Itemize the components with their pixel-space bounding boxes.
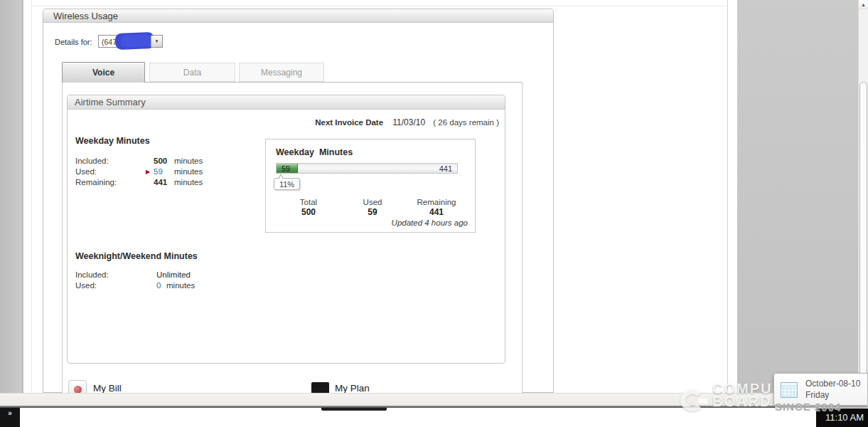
included-value: 500 <box>154 157 167 165</box>
scrollbar-thumb[interactable] <box>859 82 867 394</box>
remaining-col-value: 441 <box>417 207 456 217</box>
chevron-down-icon[interactable]: ▼ <box>151 36 162 47</box>
remaining-col-label: Remaining <box>417 198 456 206</box>
phone-number-redaction <box>115 32 155 50</box>
bottom-strip <box>0 393 868 406</box>
weekday-minutes-rows: Included: 500 minutes Used: ▶ 59 minutes… <box>75 157 282 189</box>
page-right-margin <box>737 0 858 406</box>
next-invoice-label: Next Invoice Date <box>315 118 383 127</box>
remaining-label: Remaining: <box>75 178 117 186</box>
weeknight-minutes-rows: Included: Unlimited Used: 0 minutes <box>75 270 282 292</box>
screen: ▲ Wireless Usage Details for: (647) ▼ Vo… <box>0 0 868 427</box>
airtime-summary-panel: Airtime Summary Next Invoice Date 11/03/… <box>67 95 505 364</box>
chart-col-total: Total 500 <box>300 198 317 217</box>
used-col-value: 59 <box>363 207 382 217</box>
updated-timestamp: Updated 4 hours ago <box>392 218 468 227</box>
included-unit: minutes <box>174 157 203 165</box>
bar-remaining-label: 441 <box>439 164 452 173</box>
calendar-icon-header <box>781 383 797 386</box>
used-label: Used: <box>75 281 97 290</box>
used-unit: minutes <box>166 281 195 290</box>
taskbar: » 11:10 AM <box>0 408 868 427</box>
airtime-summary-title: Airtime Summary <box>68 95 505 110</box>
taskbar-clock[interactable]: 11:10 AM <box>816 408 868 427</box>
scroll-up-icon[interactable]: ▲ <box>859 0 868 9</box>
content-left-divider <box>31 0 32 393</box>
percent-used-callout: 11% <box>274 178 300 190</box>
clock-tooltip: October-08-10 Friday <box>773 373 868 406</box>
content-right-gutter <box>727 0 737 406</box>
used-value: 59 <box>154 167 163 176</box>
my-plan-link[interactable]: My Plan <box>335 383 370 394</box>
used-row: Used: 0 minutes <box>75 281 282 292</box>
chart-title: Weekday Minutes <box>276 147 353 157</box>
tab-messaging[interactable]: Messaging <box>239 63 324 82</box>
total-label: Total <box>300 198 317 206</box>
tooltip-date: October-08-10 <box>805 379 860 389</box>
details-for-label: Details for: <box>55 38 92 46</box>
remaining-value: 441 <box>154 178 167 186</box>
vertical-scrollbar[interactable]: ▲ <box>858 0 868 406</box>
usage-bar-track: 59 441 <box>276 163 458 174</box>
calendar-icon <box>781 382 798 398</box>
next-invoice-date: 11/03/10 <box>392 117 425 127</box>
page-left-margin <box>0 0 23 406</box>
my-bill-link[interactable]: My Bill <box>93 383 122 394</box>
used-row: Used: ▶ 59 minutes <box>75 167 282 178</box>
tab-data[interactable]: Data <box>149 63 235 82</box>
included-label: Included: <box>75 157 109 165</box>
bar-used-label: 59 <box>282 164 290 173</box>
next-invoice-row: Next Invoice Date 11/03/10 ( 26 days rem… <box>315 117 499 127</box>
included-row: Included: 500 minutes <box>75 157 282 167</box>
used-marker-icon: ▶ <box>146 169 150 175</box>
weekday-minutes-chart: Weekday Minutes 59 441 11% Total 500 Use… <box>265 139 476 233</box>
tab-voice[interactable]: Voice <box>62 62 145 83</box>
weekday-minutes-title: Weekday Minutes <box>75 136 150 146</box>
taskbar-window-sliver <box>321 408 387 411</box>
phone-number-dropdown[interactable]: (647) ▼ <box>98 35 163 48</box>
taskbar-overflow-button[interactable]: » <box>0 408 20 427</box>
used-label: Used: <box>75 167 97 176</box>
days-remain: ( 26 days remain ) <box>433 118 499 127</box>
wireless-usage-panel: Wireless Usage Details for: (647) ▼ Voic… <box>43 9 554 393</box>
remaining-row: Remaining: 441 minutes <box>75 178 282 189</box>
used-value: 0 <box>156 281 161 290</box>
page-title: Wireless Usage <box>43 9 553 23</box>
included-value: Unlimited <box>156 270 191 279</box>
tooltip-weekday: Friday <box>805 390 829 400</box>
chart-col-used: Used 59 <box>363 198 382 217</box>
chart-col-remaining: Remaining 441 <box>417 198 456 217</box>
included-row: Included: Unlimited <box>75 270 282 281</box>
used-unit: minutes <box>174 167 203 176</box>
remaining-unit: minutes <box>174 178 203 186</box>
content-top-divider <box>31 6 727 6</box>
included-label: Included: <box>75 270 109 279</box>
total-value: 500 <box>300 207 317 217</box>
used-col-label: Used <box>363 198 382 206</box>
weeknight-minutes-title: Weeknight/Weekend Minutes <box>75 251 198 261</box>
